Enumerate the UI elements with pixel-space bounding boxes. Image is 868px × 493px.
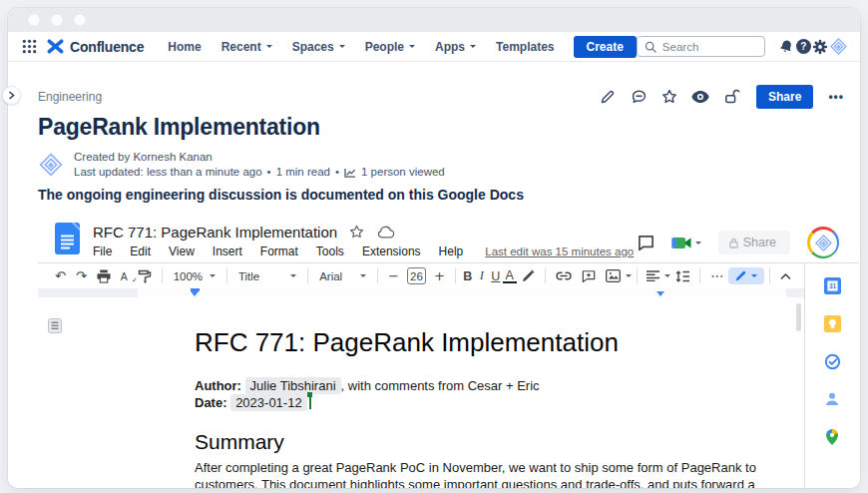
redo-icon[interactable]: ↷ [71, 269, 92, 282]
gdocs-share-button[interactable]: Share [718, 231, 790, 254]
app-switcher-icon[interactable] [21, 35, 38, 59]
nav-item-recent[interactable]: Recent [221, 40, 272, 54]
decrease-font-size-button[interactable]: − [383, 269, 404, 282]
help-icon[interactable]: ? [795, 35, 812, 59]
menu-tools[interactable]: Tools [316, 245, 344, 258]
zoom-select[interactable]: 100% [168, 270, 221, 282]
google-account-avatar[interactable] [807, 227, 839, 258]
font-size-input[interactable]: 26 [407, 267, 426, 284]
line-spacing-icon[interactable] [670, 270, 694, 282]
nav-item-home[interactable]: Home [168, 40, 201, 54]
menu-edit[interactable]: Edit [130, 245, 151, 258]
search-icon [645, 41, 656, 53]
page-actions: Share ••• [599, 85, 846, 109]
spellcheck-icon[interactable]: A✓ [116, 270, 133, 282]
spiral-avatar-icon [829, 37, 848, 56]
menu-format[interactable]: Format [260, 245, 298, 258]
gdocs-doc-title[interactable]: RFC 771: PageRank Implementation [93, 224, 337, 241]
italic-button[interactable]: I [475, 268, 489, 283]
divider [455, 268, 456, 283]
right-margin-marker[interactable] [656, 291, 664, 296]
traffic-light-minimize[interactable] [51, 14, 63, 26]
toolbar-more-button[interactable]: ⋯ [705, 269, 728, 282]
person-smart-chip[interactable]: Julie Tibshirani [245, 377, 341, 394]
increase-font-size-button[interactable]: + [429, 269, 450, 282]
left-margin-marker[interactable] [191, 291, 199, 296]
gdocs-scrollbar[interactable] [796, 303, 801, 331]
traffic-light-zoom[interactable] [74, 14, 86, 26]
create-button[interactable]: Create [574, 36, 637, 58]
ruler-page-area [138, 288, 786, 297]
date-smart-chip[interactable]: 2023-01-12 [230, 394, 307, 411]
paragraph-style-select[interactable]: Title [232, 270, 302, 282]
menu-insert[interactable]: Insert [213, 245, 242, 258]
chevron-down-icon [266, 45, 272, 51]
notifications-bell-icon[interactable] [778, 35, 795, 59]
gdocs-document-canvas: RFC 771: PageRank Implementation Author:… [38, 297, 804, 488]
chevron-down-icon [339, 45, 345, 51]
underline-button[interactable]: U [489, 269, 503, 283]
font-select[interactable]: Arial [313, 270, 372, 282]
google-meet-button[interactable] [671, 236, 701, 250]
google-calendar-icon[interactable]: 31 [823, 276, 841, 294]
document-outline-icon[interactable] [48, 318, 62, 337]
align-icon[interactable] [642, 270, 664, 281]
share-button[interactable]: Share [756, 85, 813, 109]
svg-text:31: 31 [828, 282, 836, 289]
chevron-down-icon [409, 45, 415, 51]
text-color-button[interactable]: A [503, 269, 517, 283]
divider [226, 268, 227, 283]
user-avatar[interactable] [829, 35, 848, 59]
editing-pencil-icon [735, 270, 746, 281]
unlock-icon[interactable] [722, 88, 740, 106]
created-by-text: Created by Kornesh Kanan [74, 150, 445, 165]
menu-file[interactable]: File [93, 245, 112, 258]
divider [307, 268, 308, 283]
google-meet-icon [671, 236, 691, 250]
editing-mode-button[interactable] [728, 267, 764, 284]
saved-to-drive-cloud-icon[interactable] [376, 226, 395, 239]
insert-link-icon[interactable] [551, 271, 577, 280]
google-maps-icon[interactable] [823, 428, 841, 446]
last-edit-link[interactable]: Last edit was 15 minutes ago [485, 246, 634, 257]
chevron-down-icon[interactable] [626, 274, 632, 280]
nav-item-people[interactable]: People [365, 40, 415, 54]
settings-gear-icon[interactable] [812, 35, 829, 59]
more-actions-button[interactable]: ••• [826, 90, 846, 104]
star-favorite-icon[interactable] [660, 88, 678, 106]
nav-item-apps[interactable]: Apps [435, 40, 476, 54]
byline: Created by Kornesh Kanan Last updated: l… [38, 150, 445, 180]
comment-bubble-icon[interactable] [630, 88, 648, 106]
watch-eye-icon[interactable] [691, 88, 709, 106]
traffic-light-close[interactable] [28, 14, 40, 26]
nav-item-templates[interactable]: Templates [496, 40, 554, 54]
menu-extensions[interactable]: Extensions [362, 245, 421, 258]
print-icon[interactable] [92, 269, 116, 283]
confluence-logo[interactable]: Confluence [47, 39, 144, 55]
divider [769, 268, 770, 283]
author-avatar[interactable] [38, 152, 64, 178]
page-content: Engineering [8, 62, 860, 488]
google-contacts-icon[interactable] [823, 390, 841, 408]
menu-view[interactable]: View [169, 245, 195, 258]
search-input[interactable] [662, 41, 757, 53]
google-tasks-icon[interactable] [823, 352, 841, 370]
collapse-toolbar-icon[interactable] [775, 273, 796, 279]
breadcrumb[interactable]: Engineering [38, 90, 102, 104]
sidebar-expand-button[interactable] [2, 86, 21, 105]
gdocs-comments-icon[interactable] [638, 235, 654, 251]
bold-button[interactable]: B [461, 269, 475, 283]
people-viewed-text[interactable]: 1 person viewed [361, 165, 445, 180]
gdocs-star-icon[interactable] [349, 225, 364, 240]
edit-pencil-icon[interactable] [599, 88, 617, 106]
undo-icon[interactable]: ↶ [50, 269, 71, 282]
search-box[interactable] [637, 36, 765, 57]
nav-item-spaces[interactable]: Spaces [292, 40, 345, 54]
highlight-color-icon[interactable] [517, 269, 540, 282]
menu-help[interactable]: Help [439, 245, 464, 258]
doc-summary-heading: Summary [195, 430, 284, 454]
add-comment-icon[interactable] [577, 269, 601, 283]
google-keep-icon[interactable] [823, 314, 841, 332]
insert-image-icon[interactable] [601, 269, 626, 282]
doc-date-line: Date: 2023-01-12 [195, 395, 311, 410]
